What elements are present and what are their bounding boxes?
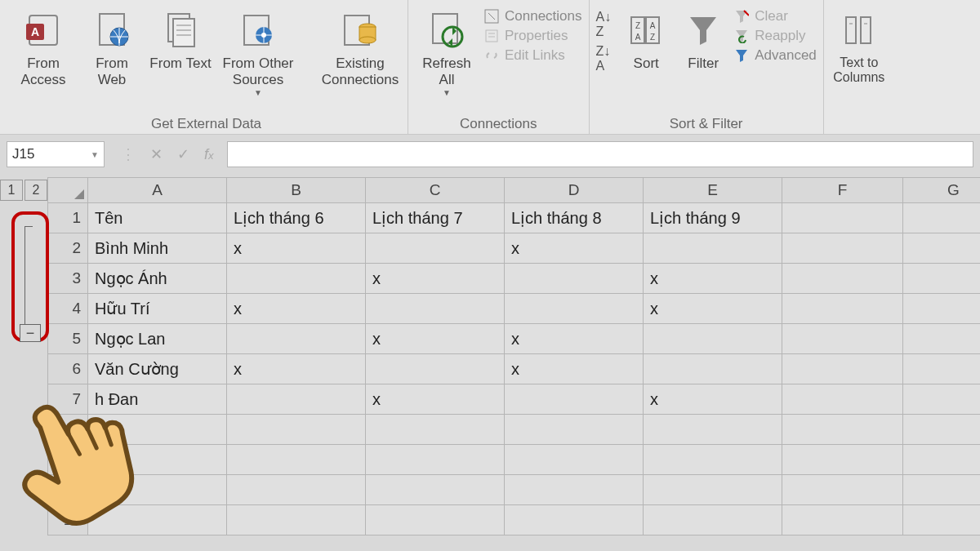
cell[interactable]: x [227,354,366,384]
outline-level-2[interactable]: 2 [24,180,47,201]
existing-connections-button[interactable]: Existing Connections [319,5,401,87]
cell[interactable] [782,354,903,384]
cell[interactable]: x [366,324,505,354]
from-text-button[interactable]: From Text [149,5,212,72]
fx-icon[interactable]: fx [204,146,214,163]
cell[interactable] [505,445,644,475]
col-header-d[interactable]: D [505,177,644,203]
cell[interactable] [903,294,980,324]
cell[interactable] [782,233,903,264]
options-icon[interactable]: ⋮ [121,145,136,163]
cell[interactable] [903,264,980,294]
text-to-columns-button[interactable]: Text to Columns [831,5,888,86]
cell[interactable]: x [505,233,644,264]
row-header[interactable]: 2 [47,233,88,264]
cell[interactable] [782,294,903,324]
cell[interactable] [903,475,980,505]
cell[interactable]: Lịch tháng 9 [644,203,782,233]
advanced-button[interactable]: Advanced [733,47,817,64]
cell[interactable] [903,233,980,264]
cell[interactable] [366,475,505,505]
cell[interactable] [644,233,782,264]
properties-button[interactable]: Properties [483,28,582,44]
col-header-e[interactable]: E [644,177,782,203]
cell[interactable]: x [227,233,366,264]
col-header-c[interactable]: C [366,177,505,203]
cell[interactable]: Tên [88,203,227,233]
cell[interactable] [782,475,903,505]
cell[interactable] [782,203,903,233]
outline-level-1[interactable]: 1 [0,180,23,201]
col-header-a[interactable]: A [88,177,227,203]
cell[interactable] [505,505,644,535]
cell[interactable] [903,324,980,354]
from-web-button[interactable]: From Web [80,5,144,87]
cell[interactable] [505,264,644,294]
cell[interactable]: Lịch tháng 7 [366,203,505,233]
cell[interactable] [644,445,782,475]
cell[interactable]: Ngọc Ánh [88,264,227,294]
cell[interactable] [366,233,505,264]
row-header[interactable]: 3 [47,264,88,294]
cell[interactable] [782,505,903,535]
cell[interactable] [644,324,782,354]
cell[interactable]: x [227,294,366,324]
cell[interactable]: x [644,264,782,294]
cell[interactable] [782,264,903,294]
name-box[interactable]: J15 ▼ [7,141,105,167]
cell[interactable]: Ngọc Lan [88,324,227,354]
cell[interactable]: Bình Minh [88,233,227,264]
cell[interactable] [227,475,366,505]
sort-desc-icon[interactable]: Z↓A [596,44,612,73]
row-header[interactable]: 4 [47,294,88,324]
cell[interactable] [366,354,505,384]
cell[interactable] [505,475,644,505]
row-header[interactable]: 1 [47,203,88,233]
cell[interactable] [782,415,903,445]
row-header[interactable]: 5 [47,324,88,354]
cell[interactable] [366,445,505,475]
cell[interactable] [227,324,366,354]
cell[interactable] [505,294,644,324]
cell[interactable] [644,354,782,384]
cell[interactable] [903,203,980,233]
name-box-dropdown-icon[interactable]: ▼ [91,150,99,159]
col-header-g[interactable]: G [903,177,980,203]
cell[interactable] [903,415,980,445]
reapply-button[interactable]: Reapply [733,28,817,44]
filter-button[interactable]: Filter [678,5,728,72]
enter-icon[interactable]: ✓ [177,145,189,163]
cell[interactable] [366,505,505,535]
cell[interactable] [903,505,980,535]
cancel-icon[interactable]: ✕ [150,145,163,163]
cell[interactable]: Lịch tháng 6 [227,203,366,233]
select-all-corner[interactable] [47,177,88,203]
edit-links-button[interactable]: Edit Links [483,47,582,64]
col-header-b[interactable]: B [227,177,366,203]
cell[interactable] [903,354,980,384]
cell[interactable] [505,384,644,415]
cell[interactable] [782,445,903,475]
cell[interactable] [227,264,366,294]
cell[interactable] [644,415,782,445]
cell[interactable] [366,415,505,445]
cell[interactable] [227,505,366,535]
cell[interactable] [366,294,505,324]
cell[interactable] [644,505,782,535]
cell[interactable]: x [366,384,505,415]
cell[interactable] [644,475,782,505]
refresh-all-button[interactable]: Refresh All ▼ [415,5,479,98]
cell[interactable]: Lịch tháng 8 [505,203,644,233]
cell[interactable] [903,384,980,415]
outline-collapse-button[interactable]: − [20,324,41,342]
col-header-f[interactable]: F [782,177,903,203]
spreadsheet-grid[interactable]: A B C D E F G 1 Tên Lịch tháng 6 Lịch th… [47,177,980,535]
sort-button[interactable]: ZAAZ Sort [619,5,673,72]
cell[interactable]: Văn Cường [88,354,227,384]
row-header[interactable]: 6 [47,354,88,384]
from-access-button[interactable]: A From Access [11,5,75,87]
cell[interactable] [227,415,366,445]
cell[interactable] [782,324,903,354]
cell[interactable]: x [366,264,505,294]
cell[interactable]: Hữu Trí [88,294,227,324]
